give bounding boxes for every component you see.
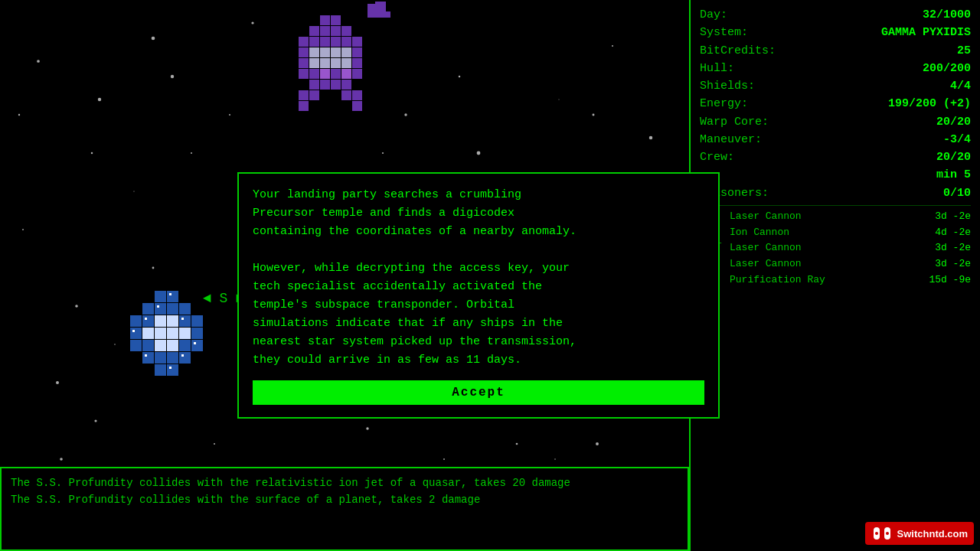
weapon-name: Laser Cannon bbox=[730, 240, 935, 256]
credits-label: BitCredits: bbox=[700, 42, 776, 60]
energy-value: 199/200 (+2) bbox=[888, 95, 971, 112]
hull-label: Hull: bbox=[700, 60, 734, 77]
weapon-name: Ion Cannon bbox=[730, 225, 935, 241]
watermark: Switchntd.com bbox=[865, 522, 974, 545]
weapon-stats: 15d -9e bbox=[929, 272, 971, 289]
day-value: 32/1000 bbox=[923, 6, 971, 24]
weapon-name: Laser Cannon bbox=[730, 209, 935, 225]
weapon-stats: 3d -2e bbox=[935, 256, 971, 272]
weapon-stats: 3d -2e bbox=[935, 209, 971, 225]
system-label: System: bbox=[700, 24, 748, 41]
weapons-list: Laser Cannon3d -2eIon Cannon4d -2ePORTLa… bbox=[700, 209, 971, 289]
weapon-row: Ion Cannon4d -2e bbox=[700, 225, 971, 241]
stats-panel: Day: 32/1000 System: GAMMA PYXIDIS BitCr… bbox=[689, 0, 980, 551]
prisoners-value: 0/10 bbox=[943, 184, 971, 202]
day-label: Day: bbox=[700, 6, 727, 24]
system-value: GAMMA PYXIDIS bbox=[881, 24, 971, 41]
shields-value: 4/4 bbox=[950, 77, 971, 95]
crew-label: Crew: bbox=[700, 148, 734, 166]
crew-min: min 5 bbox=[936, 166, 971, 184]
log-line: The S.S. Profundity collides with the su… bbox=[11, 491, 678, 508]
weapon-row: Laser Cannon3d -2e bbox=[700, 209, 971, 225]
weapon-name: Purification Ray bbox=[730, 272, 929, 289]
event-dialog: Your landing party searches a crumbling … bbox=[237, 172, 720, 419]
svg-point-4 bbox=[886, 532, 889, 535]
maneuver-value: -3/4 bbox=[943, 131, 971, 148]
watermark-text: Switchntd.com bbox=[897, 528, 968, 540]
nintendo-switch-icon bbox=[871, 525, 893, 542]
warp-value: 20/20 bbox=[936, 113, 971, 131]
combat-log: The S.S. Profundity collides with the re… bbox=[0, 467, 689, 551]
credits-value: 25 bbox=[957, 42, 971, 60]
weapon-row: PORTLaser Cannon3d -2e bbox=[700, 240, 971, 256]
weapon-stats: 4d -2e bbox=[935, 225, 971, 241]
weapon-stats: 3d -2e bbox=[935, 240, 971, 256]
weapon-row: FWDPurification Ray15d -9e bbox=[700, 272, 971, 289]
dialog-text: Your landing party searches a crumbling … bbox=[253, 186, 704, 370]
warp-label: Warp Core: bbox=[700, 113, 769, 131]
svg-point-3 bbox=[875, 532, 878, 535]
energy-label: Energy: bbox=[700, 95, 748, 112]
maneuver-label: Maneuver: bbox=[700, 131, 762, 148]
hull-value: 200/200 bbox=[923, 60, 971, 77]
crew-value: 20/20 bbox=[936, 148, 971, 166]
accept-button[interactable]: Accept bbox=[253, 380, 704, 405]
weapon-row: DLaser Cannon3d -2e bbox=[700, 256, 971, 272]
log-content: The S.S. Profundity collides with the re… bbox=[11, 474, 678, 509]
shields-label: Shields: bbox=[700, 77, 755, 95]
weapon-name: Laser Cannon bbox=[730, 256, 935, 272]
log-line: The S.S. Profundity collides with the re… bbox=[11, 474, 678, 491]
